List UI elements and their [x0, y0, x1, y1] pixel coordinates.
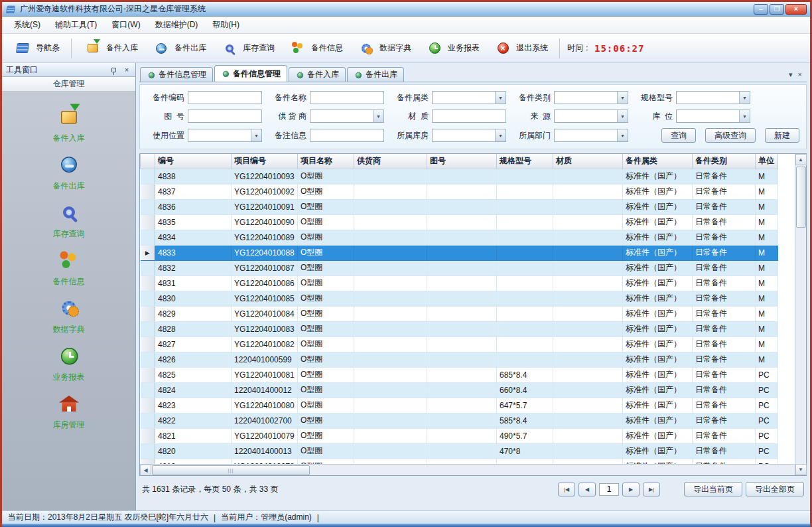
next-page-button[interactable]: ▶ [622, 483, 640, 496]
table-row[interactable]: 4832YG12204010087O型圈标准件（国产）日常备件M [141, 260, 778, 275]
prev-page-button[interactable]: ◀ [578, 483, 596, 496]
sidebar-item-parts-info[interactable]: 备件信息 [19, 243, 119, 291]
close-button[interactable]: × [785, 4, 807, 15]
toolbar-exit-system-button[interactable]: 退出系统 [488, 37, 553, 60]
first-page-button[interactable]: |◀ [558, 483, 575, 496]
query-button[interactable]: 查询 [661, 128, 696, 143]
last-page-button[interactable]: ▶| [643, 483, 660, 496]
column-header[interactable]: 图号 [427, 154, 497, 169]
sidebar-close-icon[interactable]: × [122, 65, 131, 74]
sidebar-item-parts-out[interactable]: 备件出库 [19, 147, 119, 195]
sidebar-item-warehouse-manage[interactable]: 库房管理 [19, 386, 119, 434]
toolbar-parts-info-button[interactable]: 备件信息 [283, 37, 348, 60]
use-position-select[interactable]: ▼ [188, 129, 262, 142]
toolbar-stock-query-button[interactable]: 库存查询 [214, 37, 280, 60]
horizontal-scrollbar[interactable]: ◀ ||| [140, 464, 795, 475]
warehouse-select[interactable]: ▼ [432, 129, 506, 142]
table-row[interactable]: 4838YG12204010093O型圈标准件（国产）日常备件M [141, 169, 778, 184]
tab-parts-info-manage-2[interactable]: 备件信息管理 [214, 65, 287, 82]
toolbar-data-dict-button[interactable]: 数据字典 [351, 37, 417, 60]
table-row[interactable]: 4823YG12204010080O型圈647*5.7标准件（国产）日常备件PC [141, 398, 778, 413]
new-button[interactable]: 新建 [765, 128, 799, 143]
column-header[interactable]: 规格型号 [497, 154, 553, 169]
chevron-down-icon: ▼ [617, 110, 628, 122]
part-category-select[interactable]: ▼ [432, 91, 506, 104]
tab-parts-info-manage-1[interactable]: 备件信息管理 [140, 67, 213, 82]
vertical-scrollbar[interactable]: ▲ ▼ [795, 154, 806, 475]
material-input[interactable] [432, 110, 506, 123]
export-all-pages-button[interactable]: 导出全部页 [746, 482, 804, 496]
table-row[interactable]: 4835YG12204010090O型圈标准件（国产）日常备件M [141, 214, 778, 230]
table-row[interactable]: 48241220401400012O型圈660*8.4标准件（国产）日常备件PC [141, 382, 778, 398]
sidebar-item-business-report[interactable]: 业务报表 [19, 339, 119, 386]
column-header[interactable]: 单位 [756, 154, 778, 169]
column-header[interactable]: 备件类别 [693, 154, 756, 169]
column-header[interactable]: 供货商 [354, 154, 427, 169]
exit-system-icon [493, 38, 513, 58]
table-row[interactable]: 4821YG12204010079O型圈490*5.7标准件（国产）日常备件PC [141, 428, 778, 443]
menu-item-window[interactable]: 窗口(W) [105, 17, 147, 33]
source-select[interactable]: ▼ [554, 110, 628, 123]
cell: 日常备件 [693, 230, 756, 245]
scroll-up-button[interactable]: ▲ [795, 154, 807, 165]
part-type-select[interactable]: ▼ [554, 91, 628, 104]
cell [354, 199, 427, 214]
location-select[interactable]: ▼ [676, 110, 750, 123]
menu-item-data-maintain[interactable]: 数据维护(D) [149, 17, 205, 33]
table-row[interactable]: 4834YG12204010089O型圈标准件（国产）日常备件M [141, 230, 778, 245]
column-header[interactable]: 备件属类 [623, 154, 693, 169]
drawing-no-input[interactable] [188, 110, 262, 123]
scroll-down-button[interactable]: ▼ [795, 464, 807, 475]
menu-item-system[interactable]: 系统(S) [7, 17, 47, 33]
cell: 4827 [155, 337, 232, 352]
table-row[interactable]: 4836YG12204010091O型圈标准件（国产）日常备件M [141, 199, 778, 214]
table-row[interactable]: 4828YG12204010083O型圈标准件（国产）日常备件M [141, 321, 778, 337]
tab-list-dropdown-icon[interactable]: ▾ [789, 71, 793, 78]
pin-icon[interactable] [109, 65, 118, 74]
table-row[interactable]: 48221220401002700O型圈585*8.4标准件（国产）日常备件PC [141, 413, 778, 428]
sidebar-item-stock-query[interactable]: 库存查询 [19, 195, 119, 243]
tab-parts-in[interactable]: 备件入库 [289, 67, 346, 82]
cell: M [756, 321, 778, 337]
sidebar-group-title: 仓库管理 [2, 77, 135, 92]
scroll-left-button[interactable]: ◀ [140, 465, 151, 476]
table-row[interactable]: 4830YG12204010085O型圈标准件（国产）日常备件M [141, 291, 778, 306]
column-header[interactable]: 项目编号 [232, 154, 298, 169]
column-header[interactable]: 编号 [155, 154, 232, 169]
minimize-button[interactable]: – [754, 4, 768, 15]
toolbar-nav-bar-button[interactable]: 导航条 [7, 37, 65, 60]
remark-input[interactable] [310, 129, 384, 142]
menu-item-help[interactable]: 帮助(H) [206, 17, 246, 33]
toolbar-parts-out-button[interactable]: 备件出库 [146, 37, 212, 60]
column-header[interactable]: 项目名称 [298, 154, 354, 169]
table-row[interactable]: 48201220401400013O型圈470*8标准件（国产）日常备件PC [141, 443, 778, 459]
department-select[interactable]: ▼ [554, 129, 628, 142]
spec-model-select[interactable]: ▼ [676, 91, 750, 104]
part-code-input[interactable] [188, 91, 262, 104]
maximize-button[interactable]: ❐ [770, 4, 784, 15]
page-number-input[interactable] [599, 483, 619, 496]
column-header[interactable]: 材质 [553, 154, 623, 169]
table-row[interactable]: 4827YG12204010082O型圈标准件（国产）日常备件M [141, 337, 778, 352]
toolbar-business-report-button[interactable]: 业务报表 [419, 37, 485, 60]
table-row[interactable]: 4829YG12204010084O型圈标准件（国产）日常备件M [141, 306, 778, 321]
table-row[interactable]: 48261220401000599O型圈标准件（国产）日常备件M [141, 352, 778, 367]
supplier-select[interactable]: ▼ [310, 110, 384, 123]
table-row[interactable]: 4831YG12204010086O型圈标准件（国产）日常备件M [141, 275, 778, 291]
horizontal-scrollbar-thumb[interactable]: ||| [152, 465, 310, 475]
menu-item-assist-tools[interactable]: 辅助工具(T) [48, 17, 103, 33]
tab-close-icon[interactable]: × [798, 71, 802, 78]
table-row[interactable]: 4837YG12204010092O型圈标准件（国产）日常备件M [141, 184, 778, 199]
toolbar-parts-in-button[interactable]: 备件入库 [78, 37, 143, 60]
vertical-scrollbar-thumb[interactable] [796, 167, 806, 228]
tab-parts-out[interactable]: 备件出库 [347, 67, 404, 82]
table-row[interactable]: ▶4833YG12204010088O型圈标准件（国产）日常备件M [141, 245, 778, 260]
table-row[interactable]: 4825YG12204010081O型圈685*8.4标准件（国产）日常备件PC [141, 367, 778, 382]
field-label-part-name: 备件名称 [270, 92, 306, 104]
sidebar-item-parts-in[interactable]: 备件入库 [19, 100, 119, 147]
advanced-query-button[interactable]: 高级查询 [705, 128, 756, 143]
cell: 标准件（国产） [623, 367, 693, 382]
export-current-page-button[interactable]: 导出当前页 [684, 482, 742, 496]
part-name-input[interactable] [310, 91, 384, 104]
sidebar-item-data-dict[interactable]: 数据字典 [19, 291, 119, 339]
